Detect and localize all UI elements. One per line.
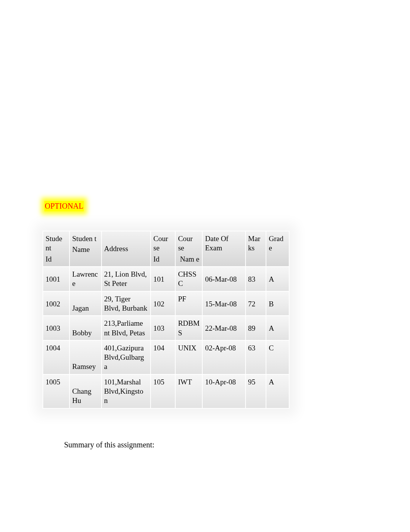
cell-address: 29, Tiger Blvd, Burbank <box>102 291 151 316</box>
header-address: Address <box>102 231 151 267</box>
cell-date-of-exam: 02-Apr-08 <box>202 340 245 374</box>
cell-grade: A <box>266 374 289 408</box>
cell-student-id: 1001 <box>43 267 69 291</box>
cell-date-of-exam: 10-Apr-08 <box>202 374 245 408</box>
header-course-name: Cour se Nam e <box>175 231 202 267</box>
cell-course-id: 105 <box>151 374 175 408</box>
header-date-of-exam: Date Of Exam <box>202 231 245 267</box>
table-header-row: Stude nt Id Studen t Name Address Cour s… <box>43 231 289 267</box>
cell-course-name: PF <box>175 291 202 316</box>
cell-student-id: 1004 <box>43 340 69 374</box>
cell-date-of-exam: 15-Mar-08 <box>202 291 245 316</box>
cell-marks: 83 <box>246 267 266 291</box>
cell-marks: 72 <box>246 291 266 316</box>
cell-grade: A <box>266 316 289 340</box>
cell-course-id: 104 <box>151 340 175 374</box>
cell-marks: 89 <box>246 316 266 340</box>
cell-course-id: 102 <box>151 291 175 316</box>
cell-address: 101,Marshal Blvd,Kingsto n <box>102 374 151 408</box>
cell-student-id: 1003 <box>43 316 69 340</box>
document-page: OPTIONAL Stude nt Id Studen t Name <box>0 0 410 488</box>
table-row: 1005Chang Hu101,Marshal Blvd,Kingsto n10… <box>43 374 289 408</box>
optional-label: OPTIONAL <box>44 201 84 211</box>
header-grade: Grad e <box>266 231 289 267</box>
header-student-name: Studen t Name <box>69 231 101 267</box>
cell-grade: B <box>266 291 289 316</box>
cell-student-name: Ramsey <box>69 340 101 374</box>
cell-course-name: IWT <box>175 374 202 408</box>
cell-date-of-exam: 06-Mar-08 <box>202 267 245 291</box>
cell-student-id: 1005 <box>43 374 69 408</box>
cell-marks: 95 <box>246 374 266 408</box>
cell-course-id: 101 <box>151 267 175 291</box>
students-table-wrap: Stude nt Id Studen t Name Address Cour s… <box>42 231 290 409</box>
header-student-id: Stude nt Id <box>43 231 69 267</box>
cell-course-name: RDBM S <box>175 316 202 340</box>
table-row: 1001Lawrenc e21, Lion Blvd, St Peter101C… <box>43 267 289 291</box>
cell-student-name: Jagan <box>69 291 101 316</box>
cell-student-name: Lawrenc e <box>69 267 101 291</box>
cell-grade: A <box>266 267 289 291</box>
cell-address: 401,Gazipura Blvd,Gulbarg a <box>102 340 151 374</box>
header-course-id: Cour se Id <box>151 231 175 267</box>
table-row: 1002Jagan29, Tiger Blvd, Burbank102PF15-… <box>43 291 289 316</box>
cell-course-id: 103 <box>151 316 175 340</box>
table-row: 1003Bobby213,Parliame nt Blvd, Petas103R… <box>43 316 289 340</box>
cell-address: 213,Parliame nt Blvd, Petas <box>102 316 151 340</box>
students-table: Stude nt Id Studen t Name Address Cour s… <box>42 231 290 409</box>
cell-grade: C <box>266 340 289 374</box>
table-row: 1004Ramsey401,Gazipura Blvd,Gulbarg a104… <box>43 340 289 374</box>
cell-student-name: Chang Hu <box>69 374 101 408</box>
cell-address: 21, Lion Blvd, St Peter <box>102 267 151 291</box>
header-marks: Mar ks <box>246 231 266 267</box>
cell-date-of-exam: 22-Mar-08 <box>202 316 245 340</box>
cell-student-name: Bobby <box>69 316 101 340</box>
cell-course-name: CHSS C <box>175 267 202 291</box>
summary-text: Summary of this assignment: <box>64 440 368 449</box>
cell-course-name: UNIX <box>175 340 202 374</box>
cell-student-id: 1002 <box>43 291 69 316</box>
cell-marks: 63 <box>246 340 266 374</box>
